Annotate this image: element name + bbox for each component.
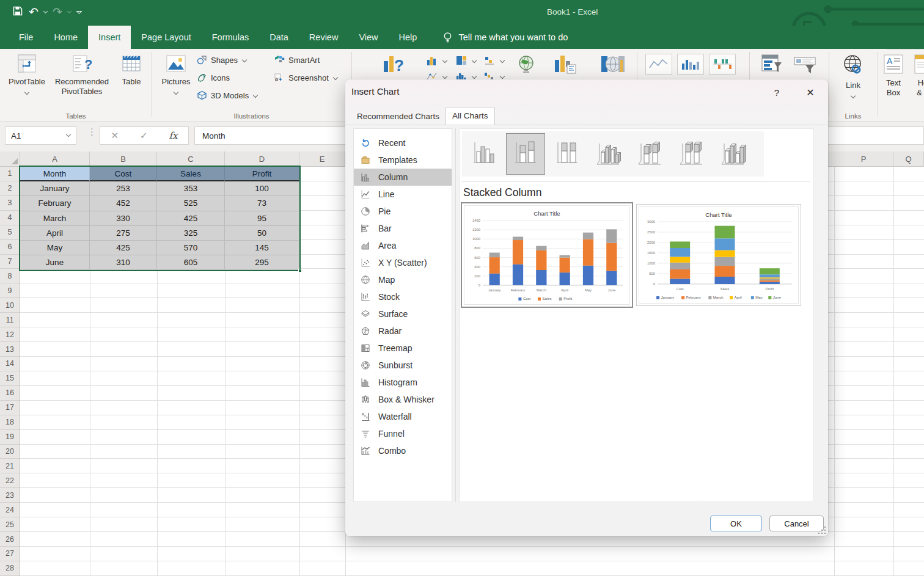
subtype-3d-column[interactable]: [714, 133, 753, 175]
insert-column-chart-button[interactable]: [426, 55, 447, 66]
redo-dropdown-icon[interactable]: [67, 9, 72, 13]
insert-function-icon[interactable]: fx: [169, 130, 178, 141]
cell-D3[interactable]: 73: [225, 196, 299, 211]
ok-button[interactable]: OK: [710, 516, 762, 531]
row-header-19[interactable]: 19: [0, 430, 20, 445]
maps-button[interactable]: [512, 54, 540, 79]
row-header-21[interactable]: 21: [0, 459, 20, 473]
chart-type-item-scatter[interactable]: X Y (Scatter): [354, 254, 452, 271]
3d-models-button[interactable]: 3D Models: [197, 90, 257, 100]
chart-type-item-map[interactable]: Map: [354, 271, 452, 288]
column-header-D[interactable]: D: [225, 151, 299, 166]
cell-C4[interactable]: 425: [157, 211, 225, 226]
timeline-button[interactable]: [790, 54, 821, 79]
insert-hierarchy-chart-button[interactable]: [455, 55, 476, 66]
cell-B2[interactable]: 253: [90, 181, 157, 196]
cell-C2[interactable]: 353: [157, 181, 225, 196]
sparkline-line-button[interactable]: [645, 54, 672, 75]
subtype-stacked-column[interactable]: [506, 133, 545, 175]
subtype-clustered-column[interactable]: [464, 133, 504, 175]
chart-type-item-area[interactable]: Area: [354, 237, 452, 254]
row-header-16[interactable]: 16: [0, 386, 20, 401]
chart-type-item-combo[interactable]: Combo: [354, 442, 452, 459]
chart-type-item-treemap[interactable]: Treemap: [354, 340, 452, 357]
cell-D6[interactable]: 145: [225, 241, 299, 255]
row-header-3[interactable]: 3: [0, 196, 20, 211]
subtype-3d-clustered-column[interactable]: [589, 133, 628, 175]
row-header-4[interactable]: 4: [0, 211, 20, 225]
screenshot-button[interactable]: Screenshot: [274, 73, 337, 82]
row-header-23[interactable]: 23: [0, 488, 20, 503]
row-header-6[interactable]: 6: [0, 240, 20, 255]
cancel-entry-icon[interactable]: ✕: [111, 130, 119, 141]
chart-type-item-bar[interactable]: Bar: [354, 220, 452, 237]
pivotchart-button[interactable]: [549, 54, 583, 79]
preview-card-stacked-by-month[interactable]: Chart Title0200400600800100012001400Janu…: [461, 202, 633, 308]
cell-header-sales[interactable]: Sales: [157, 167, 225, 181]
confirm-entry-icon[interactable]: ✓: [140, 130, 148, 141]
row-header-8[interactable]: 8: [0, 269, 20, 283]
dialog-resize-grip[interactable]: [817, 525, 826, 534]
chart-type-item-stock[interactable]: Stock: [354, 288, 452, 305]
ribbon-tab-page-layout[interactable]: Page Layout: [131, 26, 201, 49]
cell-D4[interactable]: 95: [225, 211, 299, 226]
ribbon-tab-home[interactable]: Home: [43, 26, 88, 49]
cell-D7[interactable]: 295: [225, 255, 299, 270]
chart-type-item-waterfall[interactable]: Waterfall: [354, 408, 452, 425]
cell-B4[interactable]: 330: [90, 211, 157, 226]
shapes-button[interactable]: Shapes: [197, 55, 246, 65]
dialog-close-icon[interactable]: ✕: [802, 84, 818, 100]
chart-type-item-pie[interactable]: Pie: [354, 203, 452, 220]
cell-C7[interactable]: 605: [157, 255, 225, 270]
cell-B5[interactable]: 275: [90, 226, 157, 241]
pictures-button[interactable]: Pictures: [159, 54, 193, 96]
row-header-26[interactable]: 26: [0, 532, 20, 547]
row-header-5[interactable]: 5: [0, 225, 20, 240]
row-header-2[interactable]: 2: [0, 181, 20, 196]
row-header-17[interactable]: 17: [0, 401, 20, 415]
chart-type-item-recent[interactable]: Recent: [354, 134, 452, 151]
row-header-24[interactable]: 24: [0, 503, 20, 517]
ribbon-tab-review[interactable]: Review: [299, 26, 349, 49]
recommended-charts-button[interactable]: ?: [376, 54, 410, 78]
cell-header-profit[interactable]: Profit: [225, 167, 299, 181]
name-box-dropdown-icon[interactable]: [66, 132, 71, 137]
redo-icon[interactable]: ↷: [53, 4, 62, 20]
cell-B3[interactable]: 452: [90, 196, 157, 211]
row-header-14[interactable]: 14: [0, 357, 20, 371]
cell-D2[interactable]: 100: [225, 181, 299, 196]
select-all-corner[interactable]: [0, 151, 20, 166]
header-footer-button[interactable]: He & F: [911, 54, 924, 98]
cell-A7[interactable]: June: [20, 255, 90, 270]
row-header-11[interactable]: 11: [0, 313, 20, 327]
undo-dropdown-icon[interactable]: [43, 9, 48, 13]
ribbon-tab-view[interactable]: View: [348, 26, 388, 49]
row-header-15[interactable]: 15: [0, 371, 20, 386]
cell-A4[interactable]: March: [20, 211, 90, 226]
chart-type-item-histogram[interactable]: Histogram: [354, 374, 452, 391]
row-header-25[interactable]: 25: [0, 517, 20, 532]
cell-header-cost[interactable]: Cost: [90, 167, 157, 181]
row-header-22[interactable]: 22: [0, 473, 20, 488]
chart-type-item-sunburst[interactable]: Sunburst: [354, 357, 452, 374]
chart-type-item-surface[interactable]: Surface: [354, 305, 452, 323]
sparkline-winloss-button[interactable]: [709, 54, 736, 75]
table-button[interactable]: Table: [116, 54, 147, 87]
column-header-Q[interactable]: Q: [893, 151, 924, 166]
undo-icon[interactable]: ↶: [29, 4, 38, 20]
icons-button[interactable]: Icons: [197, 73, 230, 82]
cancel-button[interactable]: Cancel: [769, 516, 824, 531]
cell-header-month[interactable]: Month: [20, 167, 90, 181]
pivottable-button[interactable]: PivotTable: [7, 54, 46, 96]
column-header-P[interactable]: P: [834, 151, 893, 166]
ribbon-tab-formulas[interactable]: Formulas: [202, 26, 259, 49]
dialog-help-button[interactable]: ?: [769, 85, 784, 100]
row-header-7[interactable]: 7: [0, 255, 20, 269]
chart-type-item-funnel[interactable]: Funnel: [354, 425, 452, 442]
save-icon[interactable]: [12, 5, 23, 19]
row-header-1[interactable]: 1: [0, 167, 20, 181]
chart-type-item-templates[interactable]: Templates: [354, 151, 452, 169]
ribbon-tab-insert[interactable]: Insert: [88, 26, 131, 49]
chart-type-item-line[interactable]: Line: [354, 186, 452, 203]
column-header-A[interactable]: A: [20, 151, 90, 166]
